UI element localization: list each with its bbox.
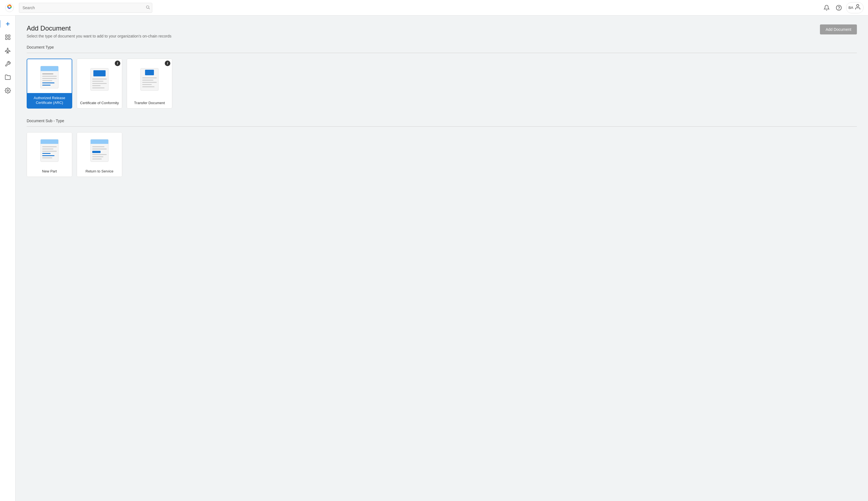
search-button[interactable] bbox=[146, 5, 150, 11]
svg-rect-17 bbox=[42, 73, 53, 74]
svg-rect-20 bbox=[42, 80, 52, 81]
add-document-button[interactable]: Add Document bbox=[820, 24, 857, 34]
doc-card-arc[interactable]: Authorized Release Certificate (ARC) bbox=[27, 58, 72, 109]
svg-rect-53 bbox=[92, 154, 107, 155]
sidebar-item-analytics[interactable] bbox=[2, 31, 14, 43]
new-part-label: New Part bbox=[27, 166, 72, 177]
svg-rect-29 bbox=[92, 87, 105, 88]
sidebar-item-flights[interactable] bbox=[2, 44, 14, 57]
svg-point-2 bbox=[146, 6, 149, 8]
return-to-service-icon-area bbox=[77, 132, 122, 166]
svg-point-6 bbox=[857, 4, 859, 7]
arc-card-label: Authorized Release Certificate (ARC) bbox=[27, 93, 72, 108]
sidebar-item-tools[interactable] bbox=[2, 58, 14, 70]
coc-info-button[interactable]: i bbox=[115, 61, 120, 66]
svg-rect-12 bbox=[8, 38, 10, 40]
user-initials: BA bbox=[848, 6, 853, 10]
topnav-right: BA bbox=[822, 2, 864, 13]
transfer-info-button[interactable]: i bbox=[165, 61, 170, 66]
user-pill[interactable]: BA bbox=[846, 2, 864, 13]
svg-rect-41 bbox=[42, 149, 53, 149]
svg-rect-22 bbox=[42, 85, 51, 86]
sidebar-item-settings[interactable] bbox=[2, 84, 14, 97]
page-header-text: Add Document Select the type of document… bbox=[27, 24, 171, 38]
search-input[interactable] bbox=[19, 3, 152, 13]
svg-rect-45 bbox=[42, 158, 52, 158]
svg-rect-35 bbox=[142, 84, 152, 85]
svg-rect-25 bbox=[92, 78, 107, 79]
new-part-icon-area bbox=[27, 132, 72, 166]
svg-rect-31 bbox=[145, 70, 154, 75]
svg-point-1 bbox=[9, 6, 10, 8]
svg-rect-39 bbox=[41, 142, 59, 144]
svg-rect-34 bbox=[142, 82, 157, 83]
return-to-service-label: Return to Service bbox=[77, 166, 122, 177]
transfer-card-label: Transfer Document bbox=[127, 98, 172, 108]
document-subtype-divider bbox=[27, 126, 857, 127]
page-subtitle: Select the type of document you want to … bbox=[27, 34, 171, 38]
svg-rect-42 bbox=[42, 151, 57, 152]
svg-rect-16 bbox=[41, 70, 59, 71]
svg-rect-19 bbox=[42, 78, 57, 79]
svg-rect-11 bbox=[5, 38, 7, 40]
svg-rect-33 bbox=[142, 80, 154, 81]
svg-rect-43 bbox=[42, 153, 51, 154]
document-type-divider bbox=[27, 53, 857, 53]
svg-rect-36 bbox=[142, 86, 155, 87]
help-button[interactable] bbox=[834, 3, 844, 13]
svg-rect-10 bbox=[8, 35, 10, 37]
svg-rect-52 bbox=[92, 151, 100, 153]
svg-point-13 bbox=[7, 90, 9, 92]
svg-rect-40 bbox=[42, 146, 57, 147]
sidebar-item-folder[interactable] bbox=[2, 71, 14, 83]
page-title: Add Document bbox=[27, 24, 171, 32]
subtype-card-new-part[interactable]: New Part bbox=[27, 132, 72, 177]
coc-card-label: Certificate of Conformity bbox=[77, 98, 122, 108]
svg-rect-54 bbox=[92, 156, 103, 157]
main-content: Add Document Select the type of document… bbox=[15, 15, 868, 501]
subtype-card-return-to-service[interactable]: Return to Service bbox=[77, 132, 122, 177]
document-subtype-section: Document Sub - Type bbox=[27, 119, 857, 177]
svg-rect-21 bbox=[42, 83, 54, 83]
svg-rect-28 bbox=[92, 85, 100, 86]
document-type-grid: Authorized Release Certificate (ARC) i bbox=[27, 58, 857, 109]
svg-rect-51 bbox=[92, 149, 107, 149]
arc-card-icon-area bbox=[27, 59, 72, 93]
user-avatar-icon bbox=[854, 3, 861, 12]
app-logo[interactable] bbox=[4, 3, 14, 13]
svg-rect-27 bbox=[92, 83, 107, 84]
svg-rect-49 bbox=[92, 146, 105, 147]
notifications-button[interactable] bbox=[822, 3, 832, 13]
svg-rect-55 bbox=[92, 159, 102, 159]
document-type-label: Document Type bbox=[27, 45, 857, 50]
document-subtype-label: Document Sub - Type bbox=[27, 119, 857, 123]
svg-line-3 bbox=[149, 8, 150, 9]
doc-card-transfer[interactable]: i Transfer Document bbox=[127, 58, 172, 109]
sidebar bbox=[0, 15, 15, 501]
document-type-section: Document Type bbox=[27, 45, 857, 109]
svg-rect-24 bbox=[93, 70, 106, 76]
topnav: BA bbox=[0, 0, 868, 15]
page-header: Add Document Select the type of document… bbox=[27, 24, 857, 38]
svg-rect-44 bbox=[42, 155, 54, 156]
svg-rect-48 bbox=[91, 142, 108, 144]
document-subtype-grid: New Part bbox=[27, 132, 857, 177]
search-container bbox=[19, 3, 152, 13]
svg-rect-9 bbox=[5, 35, 7, 37]
svg-rect-26 bbox=[92, 81, 103, 82]
doc-card-coc[interactable]: i Certificate of Conformity bbox=[77, 58, 122, 109]
svg-rect-18 bbox=[42, 76, 57, 77]
sidebar-item-add[interactable] bbox=[2, 18, 14, 30]
svg-rect-32 bbox=[142, 77, 157, 78]
